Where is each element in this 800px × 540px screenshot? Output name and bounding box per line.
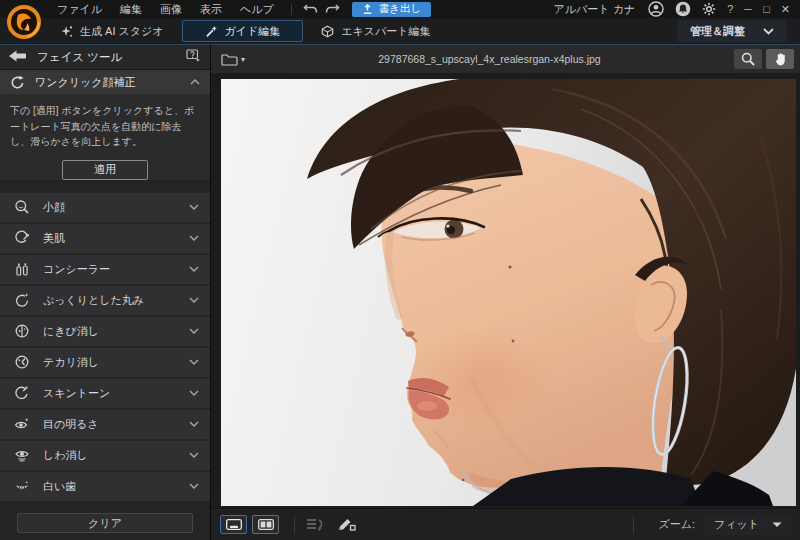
apply-button[interactable]: 適用 <box>62 160 148 180</box>
face-tools-panel: フェイス ツール ワンクリック顔補正 下の [適用] ボタンをクリックすると、ポ… <box>0 44 211 540</box>
chevron-down-icon <box>189 204 199 210</box>
tool-label: しわ消し <box>43 448 189 463</box>
tool-item-eye-brightness[interactable]: 目の明るさ <box>0 410 210 439</box>
manage-adjust-button[interactable]: 管理＆調整 <box>677 20 787 42</box>
panel-footer: クリア <box>0 506 210 540</box>
zoom-fit-select[interactable]: フィット <box>705 515 791 535</box>
export-button[interactable]: 書き出し <box>352 2 432 17</box>
panel-header: フェイス ツール <box>0 45 210 70</box>
pan-tool-button[interactable] <box>766 49 794 69</box>
redo-button[interactable] <box>322 1 344 17</box>
skin-tone-icon <box>13 385 31 401</box>
maximize-button[interactable]: □ <box>763 0 770 18</box>
user-name: アルバート カナ <box>554 2 636 17</box>
minimize-button[interactable]: ─ <box>744 0 752 18</box>
skin-smooth-icon <box>13 230 31 246</box>
magnifier-icon <box>741 52 755 66</box>
menu-file[interactable]: ファイル <box>48 0 111 18</box>
undo-button[interactable] <box>300 1 322 17</box>
menu-edit[interactable]: 編集 <box>111 0 151 18</box>
avatar-icon[interactable] <box>648 1 664 17</box>
file-bar: ▾ 29787668_s_upscayl_4x_realesrgan-x4plu… <box>211 45 800 73</box>
tool-label: テカリ消し <box>43 355 189 370</box>
open-filename: 29787668_s_upscayl_4x_realesrgan-x4plus.… <box>249 53 730 65</box>
tab-expert-edit[interactable]: エキスパート編集 <box>309 20 442 42</box>
tab-label: エキスパート編集 <box>341 24 430 39</box>
clear-button[interactable]: クリア <box>17 513 193 533</box>
tool-item-plumpness[interactable]: ぷっくりとした丸み <box>0 286 210 315</box>
menu-bar: ファイル 編集 画像 表示 ヘルプ <box>48 0 283 18</box>
settings-gear-icon[interactable] <box>702 2 716 16</box>
tool-label: 白い歯 <box>43 479 189 494</box>
chevron-down-icon <box>189 328 199 334</box>
back-arrow-icon <box>9 50 27 62</box>
image-canvas[interactable] <box>211 73 800 508</box>
shine-remove-icon <box>13 354 31 370</box>
export-icon <box>362 4 373 15</box>
tool-item-concealer[interactable]: コンシーラー <box>0 255 210 284</box>
divider <box>294 517 295 533</box>
panel-help-icon[interactable] <box>186 48 201 66</box>
chevron-up-icon[interactable] <box>190 79 200 85</box>
menu-help[interactable]: ヘルプ <box>231 0 283 18</box>
portrait-photo <box>221 79 796 506</box>
one-click-fix-section: ワンクリック顔補正 下の [適用] ボタンをクリックすると、ポートレート写真の欠… <box>0 70 210 180</box>
tool-label: コンシーラー <box>43 262 189 277</box>
batch-apply-icon <box>305 517 325 532</box>
teeth-whiten-icon <box>13 478 31 494</box>
tab-label: 生成 AI スタジオ <box>80 24 164 39</box>
tool-label: 目の明るさ <box>43 417 189 432</box>
titlebar-right: アルバート カナ ? ─ □ ✕ <box>554 0 800 18</box>
split-view-icon <box>258 519 274 530</box>
divider <box>291 4 292 15</box>
tool-item-small-face[interactable]: 小顔 <box>0 193 210 222</box>
zoom-value: フィット <box>714 517 772 532</box>
tool-item-wrinkle-removal[interactable]: しわ消し <box>0 441 210 470</box>
edit-mode-pencil-icon[interactable] <box>337 517 356 532</box>
tool-label: スキントーン <box>43 386 189 401</box>
zoom-tool-button[interactable] <box>734 49 762 69</box>
zoom-controls: ズーム: フィット <box>623 515 791 535</box>
tool-item-shine-removal[interactable]: テカリ消し <box>0 348 210 377</box>
chevron-down-icon <box>189 390 199 396</box>
close-button[interactable]: ✕ <box>781 0 790 18</box>
tab-label: ガイド編集 <box>225 24 281 39</box>
notifications-bell-icon[interactable] <box>675 1 691 17</box>
tool-item-skin-smoothing[interactable]: 美肌 <box>0 224 210 253</box>
back-button[interactable] <box>9 48 27 66</box>
one-click-fix-header[interactable]: ワンクリック顔補正 <box>0 70 210 94</box>
chevron-down-icon <box>189 266 199 272</box>
redo-icon <box>325 4 340 15</box>
menu-view[interactable]: 表示 <box>191 0 231 18</box>
one-click-fix-title: ワンクリック顔補正 <box>35 75 180 90</box>
concealer-icon <box>13 261 31 277</box>
folder-icon <box>221 53 238 66</box>
face-tool-list: 小顔 美肌 コンシーラー ぷっくりとした丸み にきび消し <box>0 193 210 501</box>
chevron-down-icon <box>772 522 782 528</box>
tool-item-skin-tone[interactable]: スキントーン <box>0 379 210 408</box>
single-view-button[interactable] <box>220 515 247 534</box>
tab-guided-edit[interactable]: ガイド編集 <box>182 20 304 42</box>
editor-area: ▾ 29787668_s_upscayl_4x_realesrgan-x4plu… <box>211 44 800 540</box>
hand-icon <box>774 52 787 66</box>
tool-label: にきび消し <box>43 324 189 339</box>
tool-item-blemish-removal[interactable]: にきび消し <box>0 317 210 346</box>
chevron-down-icon <box>189 452 199 458</box>
export-label: 書き出し <box>379 2 422 16</box>
divider <box>633 517 634 533</box>
zoom-label: ズーム: <box>658 517 695 532</box>
tool-label: 小顔 <box>43 200 189 215</box>
tool-item-teeth-whitening[interactable]: 白い歯 <box>0 472 210 501</box>
help-button[interactable]: ? <box>727 0 733 18</box>
split-view-button[interactable] <box>252 515 279 534</box>
menu-image[interactable]: 画像 <box>151 0 191 18</box>
plump-icon <box>13 292 31 308</box>
eye-brightness-icon <box>13 416 31 432</box>
dropdown-caret-icon: ▾ <box>241 55 245 64</box>
open-file-button[interactable]: ▾ <box>217 49 249 69</box>
one-click-refresh-icon <box>10 75 25 90</box>
cube-icon <box>321 25 334 38</box>
chevron-down-icon <box>189 235 199 241</box>
workspace-bar: 生成 AI スタジオ ガイド編集 エキスパート編集 管理＆調整 <box>0 18 800 44</box>
tab-generative-ai-studio[interactable]: 生成 AI スタジオ <box>48 20 176 42</box>
